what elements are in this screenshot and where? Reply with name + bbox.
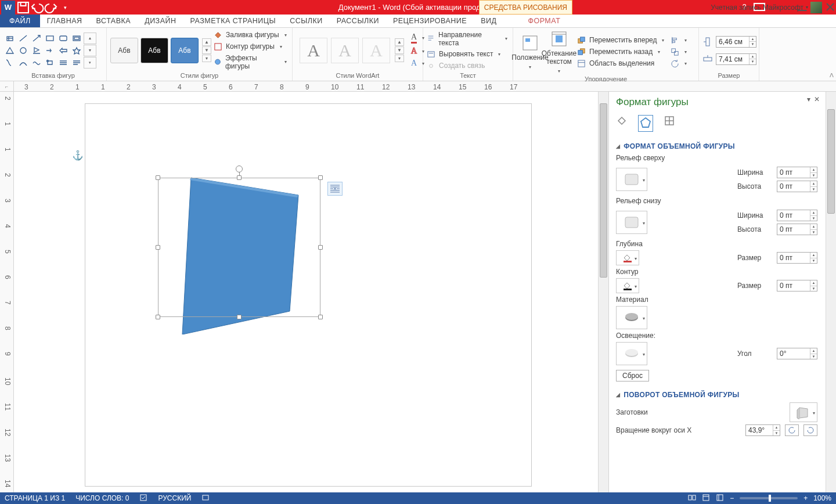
effects-tab-icon[interactable] <box>638 115 653 132</box>
shape-fill-button[interactable]: Заливка фигуры▾ <box>214 30 289 40</box>
position-button[interactable]: Положение▾ <box>517 34 543 70</box>
resize-handle[interactable] <box>318 175 323 180</box>
status-language[interactable]: РУССКИЙ <box>158 494 191 502</box>
pane-options-icon[interactable]: ▾ <box>807 95 810 103</box>
bevel-top-width[interactable]: 0 пт▲▼ <box>777 167 817 178</box>
wrap-text-button[interactable]: Обтекание текстом▾ <box>546 30 572 74</box>
group-button[interactable]: ▾ <box>671 47 689 57</box>
tab-format[interactable]: ФОРМАТ <box>521 15 567 27</box>
depth-size[interactable]: 0 пт▲▼ <box>777 252 817 264</box>
tab-mailings[interactable]: РАССЫЛКИ <box>330 15 386 27</box>
svg-rect-35 <box>578 60 585 67</box>
web-layout-icon[interactable] <box>716 494 724 503</box>
text-direction-button[interactable]: Направление текста▾ <box>427 30 509 48</box>
bevel-top-height[interactable]: 0 пт▲▼ <box>777 181 817 192</box>
svg-rect-0 <box>18 2 28 13</box>
anchor-icon[interactable]: ⚓ <box>72 150 84 161</box>
contour-color-button[interactable]: ▾ <box>616 278 639 293</box>
svg-point-23 <box>215 59 221 64</box>
zoom-level[interactable]: 100% <box>813 494 831 502</box>
shapes-gallery[interactable]: ▲ ▼ ▾ <box>3 33 96 69</box>
avatar <box>810 2 822 13</box>
resize-handle[interactable] <box>318 315 323 319</box>
save-icon[interactable] <box>16 1 30 15</box>
vertical-ruler[interactable]: 21123456789101112131415 <box>0 92 14 492</box>
document-canvas[interactable]: ⚓ <box>14 92 608 492</box>
shape-effects-button[interactable]: Эффекты фигуры▾ <box>214 53 289 71</box>
rotation-presets-button[interactable]: ▾ <box>790 402 817 422</box>
status-word-count[interactable]: ЧИСЛО СЛОВ: 0 <box>75 494 129 502</box>
account-label[interactable]: Учетная запись Майкрософт▾ <box>711 0 822 15</box>
size-properties-tab-icon[interactable] <box>664 115 675 132</box>
zoom-out-icon[interactable]: − <box>730 494 734 502</box>
section-3d-rotation[interactable]: ◢ПОВОРОТ ОБЪЕМНОЙ ФИГУРЫ <box>616 391 817 399</box>
bevel-bottom-button[interactable]: ▾ <box>616 211 647 234</box>
material-button[interactable]: ▾ <box>616 306 647 329</box>
layout-options-icon[interactable] <box>327 182 343 196</box>
section-3d-format[interactable]: ◢ФОРМАТ ОБЪЕМНОЙ ФИГУРЫ <box>616 142 817 150</box>
align-button[interactable]: ▾ <box>671 35 689 45</box>
resize-handle[interactable] <box>318 245 323 250</box>
fill-line-tab-icon[interactable] <box>616 115 628 132</box>
pane-scrollbar[interactable] <box>826 92 836 492</box>
svg-line-11 <box>20 35 27 41</box>
send-backward-button[interactable]: Переместить назад▾ <box>577 47 666 57</box>
print-layout-icon[interactable] <box>702 494 710 503</box>
shape-height[interactable]: 6,46 см▲▼ <box>702 36 756 48</box>
shape-outline-button[interactable]: Контур фигуры▾ <box>214 42 289 52</box>
tab-selector-icon[interactable]: ⌐ <box>0 81 14 91</box>
selection-pane-button[interactable]: Область выделения <box>577 59 666 69</box>
lighting-angle[interactable]: 0°▲▼ <box>777 348 817 359</box>
tab-file[interactable]: ФАЙЛ <box>0 15 40 27</box>
tab-review[interactable]: РЕЦЕНЗИРОВАНИЕ <box>386 15 474 27</box>
rotate-x-right-button[interactable] <box>803 424 817 436</box>
resize-handle[interactable] <box>237 175 242 180</box>
bevel-top-button[interactable]: ▾ <box>616 168 647 191</box>
redo-icon[interactable] <box>44 1 58 15</box>
tab-home[interactable]: ГЛАВНАЯ <box>40 15 89 27</box>
create-link-button[interactable]: Создать связь <box>427 61 509 71</box>
tab-references[interactable]: ССЫЛКИ <box>283 15 330 27</box>
depth-color-button[interactable]: ▾ <box>616 250 639 265</box>
read-mode-icon[interactable] <box>688 494 696 503</box>
bevel-bottom-height[interactable]: 0 пт▲▼ <box>777 224 817 235</box>
tab-design[interactable]: ДИЗАЙН <box>138 15 183 27</box>
collapse-ribbon-icon[interactable]: ᐱ <box>830 72 834 78</box>
reset-button[interactable]: Сброс <box>616 370 649 381</box>
zoom-slider[interactable] <box>740 497 798 499</box>
horizontal-ruler[interactable]: 3211234567891011121314151617 <box>14 81 836 92</box>
resize-handle[interactable] <box>156 245 160 250</box>
spellcheck-icon[interactable] <box>139 494 147 503</box>
rotation-handle[interactable] <box>236 165 243 172</box>
group-label-wordart-styles: Стили WordArt <box>296 71 419 81</box>
shape-styles-gallery[interactable]: Абв Абв Абв ▲▼▾ <box>110 38 211 63</box>
macro-record-icon[interactable] <box>201 494 210 503</box>
qat-more-icon[interactable]: ▾ <box>58 1 72 15</box>
rotate-x-left-button[interactable] <box>785 424 799 436</box>
lighting-button[interactable]: ▾ <box>616 342 647 365</box>
shape-width[interactable]: 7,41 см▲▼ <box>702 53 756 65</box>
bring-forward-button[interactable]: Переместить вперед▾ <box>577 35 666 45</box>
resize-handle[interactable] <box>237 315 242 319</box>
resize-handle[interactable] <box>156 175 160 180</box>
tab-insert[interactable]: ВСТАВКА <box>89 15 138 27</box>
undo-icon[interactable] <box>30 1 44 15</box>
rotation-x-input[interactable]: 43,9°▲▼ <box>745 424 780 436</box>
align-text-button[interactable]: Выровнять текст▾ <box>427 49 509 59</box>
selection-box[interactable] <box>158 178 320 317</box>
rotate-button[interactable]: ▾ <box>671 59 689 69</box>
vertical-scrollbar[interactable] <box>598 92 608 492</box>
bevel-bottom-width[interactable]: 0 пт▲▼ <box>777 210 817 221</box>
status-page[interactable]: СТРАНИЦА 1 ИЗ 1 <box>5 494 65 502</box>
contour-size[interactable]: 0 пт▲▼ <box>777 280 817 291</box>
svg-rect-14 <box>60 36 67 41</box>
pane-close-icon[interactable]: ✕ <box>814 95 820 103</box>
tab-view[interactable]: ВИД <box>474 15 503 27</box>
svg-rect-61 <box>203 495 208 500</box>
tab-page-layout[interactable]: РАЗМЕТКА СТРАНИЦЫ <box>183 15 283 27</box>
close-icon[interactable] <box>823 0 836 14</box>
contextual-tab-drawing-tools[interactable]: СРЕДСТВА РИСОВАНИЯ <box>479 0 572 15</box>
zoom-in-icon[interactable]: + <box>803 494 808 502</box>
wordart-styles-gallery[interactable]: AAA ▲▼▾ <box>296 38 408 63</box>
resize-handle[interactable] <box>156 315 160 319</box>
